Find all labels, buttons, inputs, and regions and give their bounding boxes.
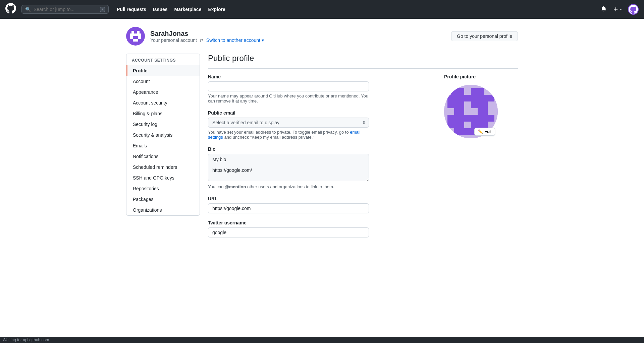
url-input[interactable] xyxy=(208,203,369,213)
username: SarahJonas xyxy=(150,30,264,38)
svg-rect-5 xyxy=(133,39,138,42)
sidebar-item-scheduled-reminders[interactable]: Scheduled reminders xyxy=(126,162,200,173)
navbar: 🔍 / Pull requests Issues Marketplace Exp… xyxy=(0,0,644,19)
sidebar-item-security-log[interactable]: Security log xyxy=(126,119,200,130)
sidebar-heading: Account settings xyxy=(126,54,200,65)
svg-rect-12 xyxy=(447,101,464,108)
sidebar-item-appearance[interactable]: Appearance xyxy=(126,87,200,97)
svg-rect-8 xyxy=(458,88,464,95)
user-avatar-menu[interactable] xyxy=(628,4,639,15)
user-subtitle: Your personal account ⇄ Switch to anothe… xyxy=(150,38,264,43)
page-title: Public profile xyxy=(208,54,518,69)
svg-rect-16 xyxy=(447,115,494,122)
sidebar-item-security-analysis[interactable]: Security & analysis xyxy=(126,130,200,140)
bio-field-group: Bio My bio https://google.com/ You can @… xyxy=(208,146,431,189)
sidebar-item-billing[interactable]: Billing & plans xyxy=(126,108,200,119)
navbar-marketplace[interactable]: Marketplace xyxy=(172,4,204,15)
svg-rect-7 xyxy=(451,88,458,95)
sidebar-item-packages[interactable]: Packages xyxy=(126,194,200,205)
name-field-group: Name Your name may appear around GitHub … xyxy=(208,74,431,104)
email-hint: You have set your email address to priva… xyxy=(208,130,369,140)
public-email-label: Public email xyxy=(208,110,431,116)
svg-rect-18 xyxy=(471,122,488,128)
go-to-profile-button[interactable]: Go to your personal profile xyxy=(451,31,518,41)
profile-picture-column: Profile picture xyxy=(444,74,518,139)
notifications-bell-icon[interactable] xyxy=(600,5,608,14)
sidebar-item-account-security[interactable]: Account security xyxy=(126,97,200,108)
search-icon: 🔍 xyxy=(25,7,31,12)
svg-rect-11 xyxy=(447,95,494,101)
email-select[interactable]: Select a verified email to display xyxy=(208,118,369,128)
navbar-actions xyxy=(600,4,639,15)
form-and-pic: Name Your name may appear around GitHub … xyxy=(208,74,518,244)
name-input[interactable] xyxy=(208,81,369,91)
twitter-field-group: Twitter username xyxy=(208,220,431,237)
pencil-icon: ✏️ xyxy=(478,129,483,134)
svg-rect-15 xyxy=(478,108,488,115)
public-email-group: Public email Select a verified email to … xyxy=(208,110,431,140)
name-hint: Your name may appear around GitHub where… xyxy=(208,93,369,104)
url-field-group: URL xyxy=(208,196,431,213)
search-input[interactable] xyxy=(34,7,97,12)
email-settings-link[interactable]: email settings xyxy=(208,130,360,140)
svg-rect-1 xyxy=(137,31,140,33)
switch-account-link[interactable]: Switch to another account ▾ xyxy=(206,38,264,43)
svg-rect-14 xyxy=(454,108,464,115)
svg-rect-17 xyxy=(447,122,464,128)
navbar-explore[interactable]: Explore xyxy=(205,4,228,15)
twitter-input[interactable] xyxy=(208,227,369,237)
search-shortcut-badge: / xyxy=(100,7,105,12)
sidebar-item-notifications[interactable]: Notifications xyxy=(126,151,200,162)
navbar-issues[interactable]: Issues xyxy=(150,4,170,15)
sidebar-item-emails[interactable]: Emails xyxy=(126,140,200,151)
settings-layout: Account settings Profile Account Appeara… xyxy=(126,54,518,244)
email-select-wrapper: Select a verified email to display ⬍ xyxy=(208,118,369,128)
profile-picture-label: Profile picture xyxy=(444,74,518,79)
bio-label: Bio xyxy=(208,146,431,152)
github-logo-icon[interactable] xyxy=(5,3,16,16)
user-avatar-large xyxy=(126,27,145,46)
page-wrapper: SarahJonas Your personal account ⇄ Switc… xyxy=(121,19,523,252)
svg-rect-2 xyxy=(130,33,141,36)
sidebar-item-organizations[interactable]: Organizations xyxy=(126,205,200,215)
profile-picture-container: ✏️ Edit xyxy=(444,85,498,138)
svg-rect-3 xyxy=(130,36,133,39)
navbar-nav: Pull requests Issues Marketplace Explore xyxy=(114,4,594,15)
svg-rect-13 xyxy=(471,101,488,108)
sidebar-item-profile[interactable]: Profile xyxy=(126,65,200,76)
search-bar[interactable]: 🔍 / xyxy=(21,5,109,14)
main-content: Public profile Name Your name may appear… xyxy=(208,54,518,244)
sidebar-item-account[interactable]: Account xyxy=(126,76,200,87)
settings-sidebar: Account settings Profile Account Appeara… xyxy=(126,54,200,216)
svg-rect-4 xyxy=(138,36,141,39)
svg-rect-9 xyxy=(471,88,478,95)
twitter-label: Twitter username xyxy=(208,220,431,225)
svg-rect-0 xyxy=(131,31,134,33)
edit-profile-picture-button[interactable]: ✏️ Edit xyxy=(474,128,495,136)
sidebar-item-ssh-gpg[interactable]: SSH and GPG keys xyxy=(126,173,200,183)
navbar-pull-requests[interactable]: Pull requests xyxy=(114,4,149,15)
user-header-left: SarahJonas Your personal account ⇄ Switc… xyxy=(126,27,264,46)
url-label: URL xyxy=(208,196,431,201)
user-header: SarahJonas Your personal account ⇄ Switc… xyxy=(126,27,518,46)
new-menu-button[interactable] xyxy=(612,5,624,13)
form-fields: Name Your name may appear around GitHub … xyxy=(208,74,431,244)
user-info: SarahJonas Your personal account ⇄ Switc… xyxy=(150,30,264,43)
sidebar-item-repositories[interactable]: Repositories xyxy=(126,183,200,194)
name-label: Name xyxy=(208,74,431,79)
bio-hint: You can @mention other users and organiz… xyxy=(208,184,369,189)
svg-rect-10 xyxy=(478,88,484,95)
bio-textarea[interactable]: My bio https://google.com/ xyxy=(208,154,369,181)
